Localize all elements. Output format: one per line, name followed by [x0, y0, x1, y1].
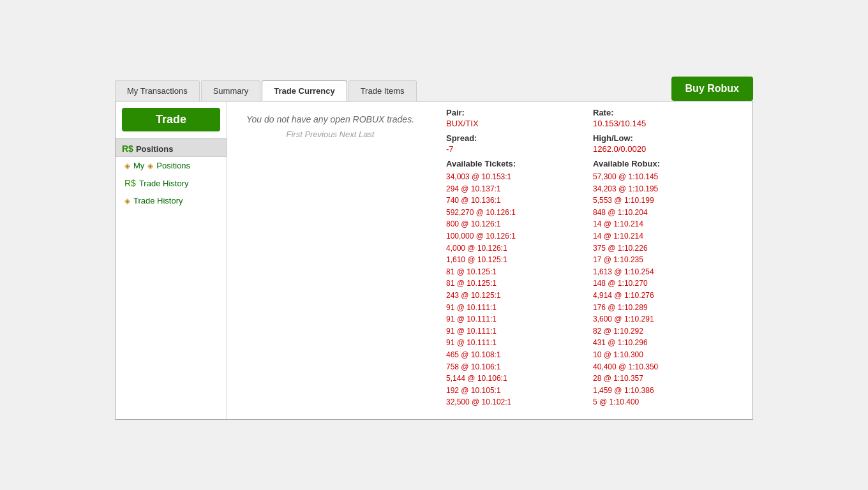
ticket-list-item: 1,610 @ 10.125:1 [446, 254, 593, 266]
robux-list-item: 5 @ 1:10.400 [593, 396, 740, 408]
sidebar-item-ticket-trade-history[interactable]: ◈ Trade History [116, 192, 227, 209]
robux-list-item: 1,613 @ 1:10.254 [593, 266, 740, 278]
robux-list-item: 17 @ 1:10.235 [593, 254, 740, 266]
ticket-list-item: 91 @ 10.111:1 [446, 325, 593, 338]
tab-summary[interactable]: Summary [201, 80, 261, 101]
pair-value: BUX/TIX [446, 119, 593, 128]
ticket-list-item: 81 @ 10.125:1 [446, 266, 593, 278]
robux-header: Available Robux: [593, 159, 740, 168]
ticket-list-item: 91 @ 10.111:1 [446, 337, 593, 349]
robux-list-item: 82 @ 1:10.292 [593, 325, 740, 338]
robux-list-item: 57,300 @ 1:10.145 [593, 171, 740, 183]
robux-list-item: 28 @ 1:10.357 [593, 373, 740, 385]
ticket-list-item: 81 @ 10.125:1 [446, 278, 593, 290]
ticket-list-item: 800 @ 10.126:1 [446, 218, 593, 230]
sidebar-robux-positions-header[interactable]: R$ Positions [116, 138, 227, 157]
rate-label: Rate: [593, 108, 740, 117]
robux-list-item: 1,459 @ 1:10.386 [593, 385, 740, 397]
buy-robux-button[interactable]: Buy Robux [671, 77, 753, 101]
sidebar: Trade R$ Positions ◈ My ◈ Positions R$ T… [116, 101, 227, 419]
sidebar-item-robux-trade-history[interactable]: R$ Trade History [116, 174, 227, 192]
ticket-list-item: 91 @ 10.111:1 [446, 302, 593, 314]
tabs-bar: My Transactions Summary Trade Currency T… [115, 77, 753, 101]
trade-button[interactable]: Trade [122, 108, 220, 131]
robux-list-item: 34,203 @ 1:10.195 [593, 183, 740, 195]
rate-value: 10.153/10.145 [593, 119, 740, 128]
ticket-icon3: ◈ [124, 197, 130, 205]
tickets-header: Available Tickets: [446, 159, 593, 168]
ticket-icon2: ◈ [147, 161, 153, 170]
robux-list: 57,300 @ 1:10.14534,203 @ 1:10.1955,553 … [593, 171, 740, 408]
robux-list-item: 848 @ 1:10.204 [593, 207, 740, 219]
tickets-list: 34,003 @ 10.153:1294 @ 10.137:1740 @ 10.… [446, 171, 593, 408]
main-content: Trade R$ Positions ◈ My ◈ Positions R$ T… [115, 101, 753, 420]
ticket-list-item: 294 @ 10.137:1 [446, 183, 593, 195]
tab-trade-currency[interactable]: Trade Currency [262, 80, 347, 101]
robux-list-item: 5,553 @ 1:10.199 [593, 195, 740, 207]
robux-list-item: 40,400 @ 1:10.350 [593, 361, 740, 373]
center-panel: You do not have any open ROBUX trades. F… [227, 101, 433, 419]
market-panel: Pair: BUX/TIX Spread: -7 Available Ticke… [433, 101, 752, 419]
robux-list-item: 176 @ 1:10.289 [593, 302, 740, 314]
robux-list-item: 431 @ 1:10.296 [593, 337, 740, 349]
market-col-right: Rate: 10.153/10.145 High/Low: 1262.0/0.0… [593, 108, 740, 408]
robux-list-item: 14 @ 1:10.214 [593, 230, 740, 242]
robux-icon: R$ [122, 144, 133, 154]
tab-my-transactions[interactable]: My Transactions [115, 80, 200, 101]
ticket-list-item: 740 @ 10.136:1 [446, 195, 593, 207]
high-low-value: 1262.0/0.0020 [593, 144, 740, 154]
ticket-list-item: 592,270 @ 10.126:1 [446, 207, 593, 219]
pagination-links: First Previous Next Last [240, 130, 421, 139]
ticket-list-item: 100,000 @ 10.126:1 [446, 230, 593, 242]
no-trades-message: You do not have any open ROBUX trades. [240, 114, 421, 124]
robux-list-item: 10 @ 1:10.300 [593, 349, 740, 361]
market-col-left: Pair: BUX/TIX Spread: -7 Available Ticke… [446, 108, 593, 408]
robux-list-item: 14 @ 1:10.214 [593, 218, 740, 230]
ticket-list-item: 465 @ 10.108:1 [446, 349, 593, 361]
ticket-list-item: 758 @ 10.106:1 [446, 361, 593, 373]
tabs-container: My Transactions Summary Trade Currency T… [115, 80, 418, 101]
ticket-list-item: 5,144 @ 10.106:1 [446, 373, 593, 385]
pair-label: Pair: [446, 108, 593, 117]
tab-trade-items[interactable]: Trade Items [348, 80, 417, 101]
high-low-label: High/Low: [593, 133, 740, 143]
ticket-list-item: 243 @ 10.125:1 [446, 290, 593, 302]
spread-value: -7 [446, 144, 593, 154]
spread-label: Spread: [446, 133, 593, 143]
robux-list-item: 148 @ 1:10.270 [593, 278, 740, 290]
robux-list-item: 4,914 @ 1:10.276 [593, 290, 740, 302]
sidebar-item-ticket-positions[interactable]: ◈ My ◈ Positions [116, 157, 227, 174]
ticket-list-item: 91 @ 10.111:1 [446, 313, 593, 325]
ticket-list-item: 4,000 @ 10.126:1 [446, 242, 593, 255]
robux-list-item: 375 @ 1:10.226 [593, 242, 740, 255]
ticket-list-item: 192 @ 10.105:1 [446, 385, 593, 397]
robux-icon2: R$ [124, 178, 136, 188]
robux-list-item: 3,600 @ 1:10.291 [593, 313, 740, 325]
market-grid: Pair: BUX/TIX Spread: -7 Available Ticke… [446, 108, 740, 408]
ticket-list-item: 34,003 @ 10.153:1 [446, 171, 593, 183]
ticket-list-item: 32,500 @ 10.102:1 [446, 396, 593, 408]
ticket-icon: ◈ [124, 161, 130, 170]
